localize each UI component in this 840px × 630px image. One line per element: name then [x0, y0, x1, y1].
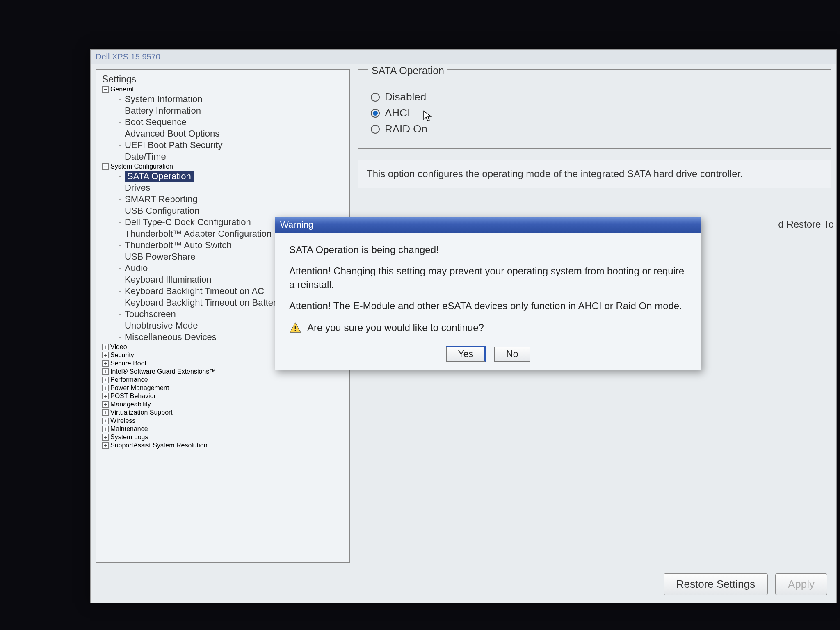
- expand-icon[interactable]: +: [102, 442, 109, 449]
- tree-category[interactable]: +POST Behavior: [102, 392, 347, 400]
- expand-icon[interactable]: +: [102, 401, 109, 408]
- sata-option-row[interactable]: AHCI: [371, 105, 821, 121]
- sata-radio-group: DisabledAHCIRAID On: [368, 89, 821, 137]
- expand-icon[interactable]: +: [102, 352, 109, 358]
- tree-item-label: UEFI Boot Path Security: [125, 140, 222, 150]
- yes-button[interactable]: Yes: [446, 347, 486, 362]
- radio-label: Disabled: [385, 91, 426, 103]
- tree-item-label: Date/Time: [125, 151, 166, 162]
- dialog-body: SATA Operation is being changed! Attenti…: [275, 233, 701, 343]
- warning-dialog: Warning SATA Operation is being changed!…: [275, 217, 701, 370]
- tree-category-label: SupportAssist System Resolution: [110, 442, 208, 449]
- svg-rect-0: [295, 326, 296, 329]
- tree-category[interactable]: +Performance: [102, 376, 347, 384]
- tree-category-label: Power Management: [110, 384, 169, 392]
- tree-item[interactable]: Drives: [116, 182, 347, 194]
- tree-category[interactable]: +Virtualization Support: [102, 409, 347, 417]
- tree-item-label: Thunderbolt™ Adapter Configuration: [125, 228, 272, 239]
- tree-item-label: Battery Information: [125, 105, 201, 116]
- sata-operation-group: SATA Operation DisabledAHCIRAID On: [358, 69, 831, 149]
- option-description: This option configures the operating mod…: [358, 160, 831, 188]
- warning-icon: [289, 322, 301, 334]
- expand-icon[interactable]: +: [102, 393, 109, 399]
- tree-item-label: Unobtrusive Mode: [125, 320, 198, 331]
- tree-category-label: General: [110, 86, 134, 93]
- expand-icon[interactable]: +: [102, 385, 109, 391]
- dialog-button-row: Yes No: [275, 343, 701, 370]
- window-title: Dell XPS 15 9570: [91, 50, 836, 64]
- truncated-text: d Restore To: [774, 217, 834, 232]
- expand-icon[interactable]: +: [102, 360, 109, 367]
- tree-item-label: Keyboard Backlight Timeout on AC: [125, 286, 264, 296]
- tree-category-label: Security: [110, 352, 134, 359]
- svg-rect-1: [295, 330, 296, 331]
- tree-item-label: Audio: [125, 263, 148, 273]
- tree-category[interactable]: +Maintenance: [102, 425, 347, 433]
- tree-category-label: Video: [110, 343, 127, 351]
- tree-item[interactable]: SMART Reporting: [116, 194, 347, 205]
- apply-button[interactable]: Apply: [775, 573, 827, 595]
- expand-icon[interactable]: +: [102, 426, 109, 432]
- tree-item-label: Keyboard Backlight Timeout on Battery: [125, 297, 281, 308]
- expand-icon[interactable]: +: [102, 434, 109, 441]
- dialog-heading: SATA Operation is being changed!: [289, 243, 687, 256]
- tree-item-label: Boot Sequence: [125, 117, 186, 127]
- expand-icon[interactable]: +: [102, 368, 109, 375]
- tree-item[interactable]: UEFI Boot Path Security: [116, 139, 347, 151]
- tree-item-label: Miscellaneous Devices: [125, 332, 217, 342]
- tree-item-label: Keyboard Illumination: [125, 274, 212, 285]
- radio-button[interactable]: [371, 109, 380, 118]
- tree-item-label: Advanced Boot Options: [125, 128, 219, 139]
- tree-item[interactable]: Boot Sequence: [116, 116, 347, 128]
- dialog-paragraph-2: Attention! The E-Module and other eSATA …: [289, 299, 687, 313]
- tree-root-label[interactable]: Settings: [102, 73, 347, 85]
- tree-category[interactable]: +Wireless: [102, 417, 347, 425]
- tree-category[interactable]: +System Logs: [102, 433, 347, 441]
- tree-category[interactable]: +Manageability: [102, 400, 347, 409]
- tree-category[interactable]: +SupportAssist System Resolution: [102, 441, 347, 450]
- tree-category-label: System Logs: [110, 434, 148, 441]
- tree-item[interactable]: SATA Operation: [116, 171, 347, 182]
- tree-item[interactable]: Advanced Boot Options: [116, 128, 347, 139]
- tree-category-label: Performance: [110, 376, 148, 383]
- footer-bar: Restore Settings Apply: [664, 573, 827, 595]
- tree-item[interactable]: Date/Time: [116, 151, 347, 162]
- sata-option-row[interactable]: RAID On: [371, 121, 821, 137]
- tree-item[interactable]: System Information: [116, 94, 347, 105]
- tree-children: System InformationBattery InformationBoo…: [114, 94, 347, 162]
- tree-item-label: Touchscreen: [125, 309, 176, 319]
- tree-item-label: USB PowerShare: [125, 251, 195, 262]
- expand-icon[interactable]: +: [102, 344, 109, 350]
- tree-item-label: SMART Reporting: [125, 194, 198, 204]
- tree-category-label: Secure Boot: [110, 360, 146, 367]
- tree-category-label: POST Behavior: [110, 393, 156, 400]
- tree-category[interactable]: −System Configuration: [102, 162, 347, 171]
- radio-label: AHCI: [385, 107, 410, 119]
- collapse-icon[interactable]: −: [102, 86, 109, 93]
- tree-category[interactable]: +Power Management: [102, 384, 347, 392]
- tree-item-label: System Information: [125, 94, 203, 104]
- tree-category-label: Wireless: [110, 417, 135, 425]
- expand-icon[interactable]: +: [102, 377, 109, 383]
- tree-item-label: Thunderbolt™ Auto Switch: [125, 240, 231, 250]
- radio-button[interactable]: [371, 93, 380, 102]
- dialog-confirm-text: Are you sure you would like to continue?: [307, 321, 484, 334]
- collapse-icon[interactable]: −: [102, 163, 109, 170]
- dialog-confirm-row: Are you sure you would like to continue?: [289, 321, 687, 334]
- tree-category-label: Intel® Software Guard Extensions™: [110, 368, 216, 375]
- tree-item[interactable]: Battery Information: [116, 105, 347, 116]
- no-button[interactable]: No: [494, 347, 530, 362]
- radio-button[interactable]: [371, 125, 380, 134]
- expand-icon[interactable]: +: [102, 409, 109, 416]
- dialog-title: Warning: [275, 217, 701, 233]
- group-title: SATA Operation: [368, 65, 447, 77]
- tree-category[interactable]: −General: [102, 85, 347, 94]
- tree-item[interactable]: USB Configuration: [116, 205, 347, 217]
- sata-option-row[interactable]: Disabled: [371, 89, 821, 105]
- expand-icon[interactable]: +: [102, 418, 109, 424]
- tree-category-label: System Configuration: [110, 163, 173, 170]
- restore-settings-button[interactable]: Restore Settings: [664, 573, 768, 595]
- dialog-paragraph-1: Attention! Changing this setting may pre…: [289, 265, 687, 291]
- tree-item-label: Dell Type-C Dock Configuration: [125, 217, 251, 227]
- tree-item-label: SATA Operation: [125, 171, 194, 182]
